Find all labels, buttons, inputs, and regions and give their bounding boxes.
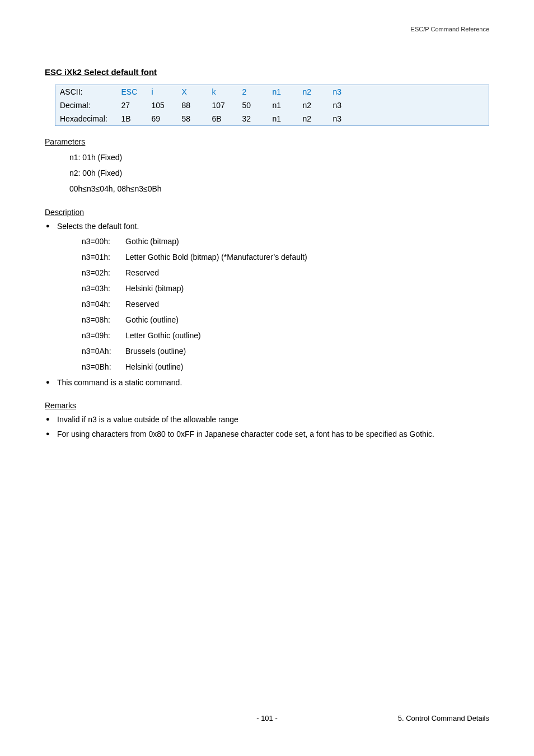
cell: n1	[268, 99, 298, 112]
row-label: Hexadecimal:	[55, 112, 117, 126]
page-footer: - 101 - 5. Control Command Details	[0, 714, 534, 722]
n3-val: Reserved	[125, 265, 159, 281]
param-line: n2: 00h (Fixed)	[69, 165, 489, 181]
list-item-text: Selects the default font.	[57, 222, 139, 231]
n3-key: n3=02h:	[82, 265, 125, 281]
n3-row: n3=09h:Letter Gothic (outline)	[82, 328, 489, 343]
parameters-block: n1: 01h (Fixed) n2: 00h (Fixed) 00h≤n3≤0…	[69, 150, 489, 197]
param-line: n1: 01h (Fixed)	[69, 150, 489, 165]
n3-val: Letter Gothic Bold (bitmap) (*Manufactur…	[125, 249, 307, 265]
remarks-heading: Remarks	[45, 401, 489, 410]
description-heading: Description	[45, 208, 489, 217]
n3-val: Helsinki (outline)	[125, 359, 183, 375]
cell-filler	[359, 112, 489, 126]
row-label: Decimal:	[55, 99, 117, 112]
cell: 27	[117, 99, 147, 112]
param-line: 00h≤n3≤04h, 08h≤n3≤0Bh	[69, 181, 489, 197]
n3-row: n3=08h:Gothic (outline)	[82, 312, 489, 328]
n3-key: n3=09h:	[82, 328, 125, 343]
list-item-text: This command is a static command.	[57, 378, 182, 387]
n3-sublist: n3=00h:Gothic (bitmap) n3=01h:Letter Got…	[82, 234, 489, 375]
cell: n3	[329, 99, 359, 112]
list-item-text: Invalid if n3 is a value outside of the …	[57, 415, 238, 424]
description-list: Selects the default font. n3=00h:Gothic …	[45, 220, 489, 390]
parameters-heading: Parameters	[45, 137, 489, 146]
row-label: ASCII:	[55, 85, 117, 99]
n3-key: n3=08h:	[82, 312, 125, 328]
cell: n3	[329, 85, 359, 99]
n3-val: Gothic (bitmap)	[125, 234, 179, 249]
cell: 107	[208, 99, 238, 112]
list-item: Selects the default font. n3=00h:Gothic …	[45, 220, 489, 375]
list-item: This command is a static command.	[45, 376, 489, 390]
cell: n1	[268, 112, 298, 126]
n3-key: n3=03h:	[82, 281, 125, 296]
n3-row: n3=04h:Reserved	[82, 296, 489, 312]
n3-key: n3=0Ah:	[82, 343, 125, 359]
table-row: ASCII: ESC i X k 2 n1 n2 n3	[55, 85, 489, 99]
n3-val: Reserved	[125, 296, 159, 312]
n3-key: n3=00h:	[82, 234, 125, 249]
cell: 105	[147, 99, 177, 112]
n3-key: n3=01h:	[82, 249, 125, 265]
encoding-table-body: ASCII: ESC i X k 2 n1 n2 n3 Decimal: 27 …	[55, 85, 489, 126]
list-item: For using characters from 0x80 to 0xFF i…	[45, 428, 489, 441]
cell: 88	[177, 99, 208, 112]
cell: n1	[268, 85, 298, 99]
cell: 58	[177, 112, 208, 126]
n3-row: n3=03h:Helsinki (bitmap)	[82, 281, 489, 296]
n3-row: n3=0Bh:Helsinki (outline)	[82, 359, 489, 375]
doc-reference: ESC/P Command Reference	[411, 26, 489, 32]
cell-filler	[359, 99, 489, 112]
cell: i	[147, 85, 177, 99]
cell: 1B	[117, 112, 147, 126]
cell: 6B	[208, 112, 238, 126]
cell-filler	[359, 85, 489, 99]
cell: 69	[147, 112, 177, 126]
list-item: Invalid if n3 is a value outside of the …	[45, 413, 489, 427]
cell: 32	[238, 112, 268, 126]
list-item-text: For using characters from 0x80 to 0xFF i…	[57, 430, 434, 438]
cell: n2	[298, 99, 329, 112]
n3-key: n3=04h:	[82, 296, 125, 312]
n3-row: n3=01h:Letter Gothic Bold (bitmap) (*Man…	[82, 249, 489, 265]
page-number: - 101 -	[0, 714, 534, 722]
n3-val: Brussels (outline)	[125, 343, 186, 359]
n3-row: n3=02h:Reserved	[82, 265, 489, 281]
cell: n2	[298, 112, 329, 126]
cell: k	[208, 85, 238, 99]
cell: 2	[238, 85, 268, 99]
cell: 50	[238, 99, 268, 112]
encoding-table: ASCII: ESC i X k 2 n1 n2 n3 Decimal: 27 …	[55, 85, 489, 126]
n3-row: n3=00h:Gothic (bitmap)	[82, 234, 489, 249]
page-content: ESC iXk2 Select default font ASCII: ESC …	[0, 0, 534, 441]
remarks-list: Invalid if n3 is a value outside of the …	[45, 413, 489, 442]
n3-val: Helsinki (bitmap)	[125, 281, 184, 296]
command-title: ESC iXk2 Select default font	[45, 67, 489, 77]
cell: X	[177, 85, 208, 99]
n3-key: n3=0Bh:	[82, 359, 125, 375]
table-row: Hexadecimal: 1B 69 58 6B 32 n1 n2 n3	[55, 112, 489, 126]
n3-val: Letter Gothic (outline)	[125, 328, 201, 343]
cell: n3	[329, 112, 359, 126]
cell: ESC	[117, 85, 147, 99]
n3-row: n3=0Ah:Brussels (outline)	[82, 343, 489, 359]
table-row: Decimal: 27 105 88 107 50 n1 n2 n3	[55, 99, 489, 112]
n3-val: Gothic (outline)	[125, 312, 179, 328]
cell: n2	[298, 85, 329, 99]
